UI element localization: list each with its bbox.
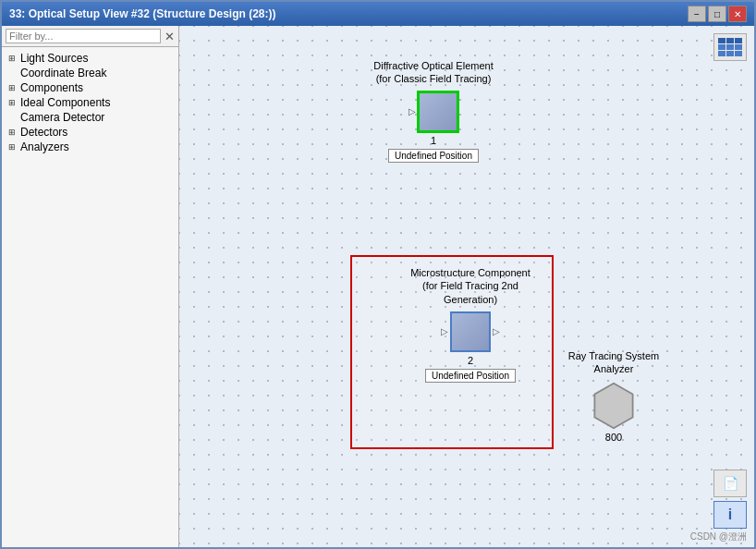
sidebar-item-detectors[interactable]: ⊞ Detectors <box>2 125 178 140</box>
minimize-button[interactable]: − <box>688 6 706 22</box>
sidebar-item-camera-detector[interactable]: ⊞ Camera Detector <box>2 110 178 125</box>
filter-input[interactable] <box>6 29 161 43</box>
expand-icon: ⊞ <box>6 126 18 139</box>
node-microstructure-body: ▷ ▷ <box>441 311 500 352</box>
node-microstructure-label: Microstructure Component (for Field Trac… <box>410 266 530 306</box>
node-microstructure-position: Undefined Position <box>425 369 516 383</box>
maximize-button[interactable]: □ <box>708 6 726 22</box>
node-diffractive-label: Diffractive Optical Element (for Classic… <box>373 59 494 86</box>
node-diffractive[interactable]: Diffractive Optical Element (for Classic… <box>373 59 494 163</box>
info-button[interactable]: i <box>713 501 747 529</box>
left-arrow-icon: ▷ <box>441 326 448 336</box>
node-diffractive-body: ▷ <box>408 92 458 132</box>
node-microstructure-number: 2 <box>468 355 473 366</box>
window-title: 33: Optical Setup View #32 (Structure De… <box>9 7 276 20</box>
document-icon: 📄 <box>723 476 738 491</box>
expand-icon: ⊞ <box>6 96 18 109</box>
sidebar-item-ideal-components[interactable]: ⊞ Ideal Components <box>2 95 178 110</box>
left-arrow-icon: ▷ <box>408 106 416 116</box>
bottom-right-buttons: 📄 i <box>713 470 747 529</box>
document-button[interactable]: 📄 <box>713 470 747 497</box>
node-diffractive-box[interactable] <box>418 92 458 132</box>
content-area: ✕ ⊞ Light Sources ⊞ Coordinate Break ⊞ C… <box>2 26 754 547</box>
canvas-area: Diffractive Optical Element (for Classic… <box>179 26 754 547</box>
svg-marker-0 <box>594 383 632 427</box>
close-button[interactable]: ✕ <box>728 6 747 22</box>
filter-bar: ✕ <box>2 26 178 47</box>
expand-icon: ⊞ <box>6 81 18 94</box>
expand-icon: ⊞ <box>6 52 18 65</box>
watermark: CSDN @澄洲 <box>690 531 747 543</box>
node-microstructure[interactable]: Microstructure Component (for Field Trac… <box>380 266 561 383</box>
sidebar-item-coordinate-break[interactable]: ⊞ Coordinate Break <box>2 66 178 80</box>
grid-icon <box>718 38 742 56</box>
toolbar-right <box>713 33 747 61</box>
title-bar: 33: Optical Setup View #32 (Structure De… <box>2 2 754 26</box>
sidebar-tree: ⊞ Light Sources ⊞ Coordinate Break ⊞ Com… <box>2 47 178 547</box>
grid-view-button[interactable] <box>713 33 747 61</box>
node-diffractive-position: Undefined Position <box>388 149 479 163</box>
node-analyzer-number: 800 <box>605 432 622 443</box>
node-diffractive-number: 1 <box>431 135 436 146</box>
node-microstructure-box[interactable] <box>450 311 491 352</box>
sidebar-item-analyzers[interactable]: ⊞ Analyzers <box>2 140 178 154</box>
selected-container: Microstructure Component (for Field Trac… <box>350 255 554 449</box>
sidebar-item-components[interactable]: ⊞ Components <box>2 80 178 95</box>
node-analyzer[interactable]: Ray Tracing System Analyzer 800 <box>563 349 665 443</box>
main-window: 33: Optical Setup View #32 (Structure De… <box>0 0 756 549</box>
filter-clear-button[interactable]: ✕ <box>165 30 175 43</box>
node-analyzer-label: Ray Tracing System Analyzer <box>563 349 665 376</box>
info-icon: i <box>728 506 732 523</box>
sidebar: ✕ ⊞ Light Sources ⊞ Coordinate Break ⊞ C… <box>2 26 179 547</box>
hexagon-icon <box>592 382 635 430</box>
sidebar-item-light-sources[interactable]: ⊞ Light Sources <box>2 51 178 66</box>
right-arrow-icon: ▷ <box>493 326 500 336</box>
title-bar-buttons: − □ ✕ <box>688 6 747 22</box>
expand-icon: ⊞ <box>6 140 18 153</box>
